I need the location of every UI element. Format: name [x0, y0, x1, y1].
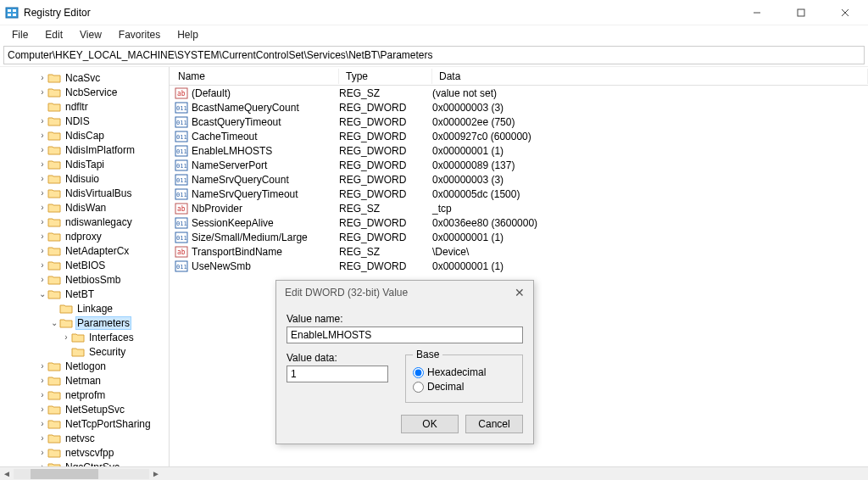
registry-value-row[interactable]: 011NameServerPortREG_DWORD0x00000089 (13…: [170, 158, 868, 172]
registry-value-row[interactable]: abTransportBindNameREG_SZ\Device\: [170, 244, 868, 259]
minimize-button[interactable]: [743, 3, 771, 22]
value-name-field[interactable]: [287, 327, 523, 343]
value-data-field[interactable]: [287, 366, 388, 382]
tree-item[interactable]: Security: [2, 344, 169, 359]
tree-horizontal-scrollbar[interactable]: ◄ ►: [0, 466, 868, 480]
expand-closed-icon[interactable]: ›: [37, 448, 47, 457]
radio-decimal[interactable]: [413, 382, 424, 393]
svg-rect-2: [8, 14, 11, 16]
tree-item[interactable]: Linkage: [2, 301, 169, 315]
scrollbar-thumb[interactable]: [31, 469, 98, 479]
menu-help[interactable]: Help: [170, 27, 205, 42]
menu-file[interactable]: File: [5, 27, 35, 42]
tree-item[interactable]: ›Netman: [2, 373, 169, 388]
expand-closed-icon[interactable]: ›: [37, 203, 47, 212]
tree-item[interactable]: ›netprofm: [2, 388, 169, 402]
base-group: Base Hexadecimal Decimal: [405, 349, 523, 403]
svg-text:011: 011: [176, 235, 187, 242]
menu-favorites[interactable]: Favorites: [112, 27, 167, 42]
expand-closed-icon[interactable]: ›: [37, 116, 47, 126]
tree-item[interactable]: ›ndproxy: [2, 229, 169, 243]
registry-value-row[interactable]: 011NameSrvQueryTimeoutREG_DWORD0x000005d…: [170, 187, 868, 201]
expand-open-icon[interactable]: ⌄: [49, 318, 59, 327]
expand-closed-icon[interactable]: ›: [37, 361, 47, 371]
tree-item[interactable]: ›NdisVirtualBus: [2, 186, 169, 200]
menu-view[interactable]: View: [73, 27, 108, 42]
registry-value-row[interactable]: 011BcastQueryTimeoutREG_DWORD0x000002ee …: [170, 114, 868, 129]
tree-item[interactable]: ndfltr: [2, 99, 169, 114]
registry-value-row[interactable]: 011EnableLMHOSTSREG_DWORD0x00000001 (1): [170, 143, 868, 158]
registry-value-row[interactable]: 011BcastNameQueryCountREG_DWORD0x0000000…: [170, 100, 868, 114]
expand-closed-icon[interactable]: ›: [37, 419, 47, 428]
col-type[interactable]: Type: [339, 69, 432, 84]
tree-item[interactable]: ›NdisTapi: [2, 157, 169, 171]
tree-item[interactable]: ›NdisCap: [2, 128, 169, 142]
tree-item[interactable]: ›NgcCtnrSvc: [2, 460, 169, 466]
close-button[interactable]: [831, 3, 860, 22]
ok-button[interactable]: OK: [401, 415, 459, 433]
tree-item[interactable]: ›NetTcpPortSharing: [2, 416, 169, 431]
tree-item[interactable]: ›NetSetupSvc: [2, 402, 169, 416]
scroll-left-icon[interactable]: ◄: [0, 469, 14, 478]
expand-closed-icon[interactable]: ›: [37, 217, 47, 226]
expand-closed-icon[interactable]: ›: [37, 433, 47, 443]
registry-value-row[interactable]: 011CacheTimeoutREG_DWORD0x000927c0 (6000…: [170, 129, 868, 143]
svg-text:011: 011: [176, 264, 187, 271]
registry-value-row[interactable]: abNbProviderREG_SZ_tcp: [170, 201, 868, 215]
registry-value-row[interactable]: 011NameSrvQueryCountREG_DWORD0x00000003 …: [170, 172, 868, 187]
expand-closed-icon[interactable]: ›: [37, 260, 47, 270]
expand-closed-icon[interactable]: ›: [37, 159, 47, 169]
tree-item[interactable]: ›NetbiosSmb: [2, 272, 169, 287]
tree-item[interactable]: ›Interfaces: [2, 330, 169, 344]
col-data[interactable]: Data: [432, 69, 868, 84]
tree-item[interactable]: ⌄NetBT: [2, 287, 169, 301]
tree-item[interactable]: ›NDIS: [2, 114, 169, 128]
tree-item[interactable]: ›NcaSvc: [2, 70, 169, 85]
expand-closed-icon[interactable]: ›: [37, 145, 47, 154]
tree-item-label: Netlogon: [64, 360, 108, 372]
tree-item[interactable]: ›NdisImPlatform: [2, 142, 169, 157]
registry-value-row[interactable]: 011UseNewSmbREG_DWORD0x00000001 (1): [170, 259, 868, 273]
expand-closed-icon[interactable]: ›: [37, 73, 47, 82]
expand-closed-icon[interactable]: ›: [37, 275, 47, 284]
registry-value-row[interactable]: ab(Default)REG_SZ(value not set): [170, 86, 868, 100]
menu-edit[interactable]: Edit: [38, 27, 70, 42]
dword-value-icon: 011: [175, 116, 188, 128]
expand-closed-icon[interactable]: ›: [37, 131, 47, 140]
tree-item[interactable]: ›Ndisuio: [2, 171, 169, 186]
expand-closed-icon[interactable]: ›: [37, 87, 47, 97]
cancel-button[interactable]: Cancel: [465, 415, 523, 433]
tree-item[interactable]: ›Netlogon: [2, 359, 169, 373]
tree-item[interactable]: ›NetAdapterCx: [2, 243, 169, 258]
expand-closed-icon[interactable]: ›: [37, 390, 47, 399]
folder-icon: [47, 187, 61, 199]
expand-closed-icon[interactable]: ›: [37, 246, 47, 255]
expand-closed-icon[interactable]: ›: [37, 174, 47, 183]
value-data: 0x00000089 (137): [432, 159, 868, 171]
tree-item[interactable]: ›NdisWan: [2, 200, 169, 215]
tree-item[interactable]: ›NetBIOS: [2, 258, 169, 272]
tree-item-label: NcbService: [64, 87, 119, 98]
tree-item[interactable]: ›ndiswanlegacy: [2, 215, 169, 229]
tree-item[interactable]: ⌄Parameters: [2, 315, 169, 330]
expand-open-icon[interactable]: ⌄: [37, 289, 47, 299]
radio-hexadecimal[interactable]: [413, 367, 424, 378]
tree-item[interactable]: ›netvsc: [2, 431, 169, 445]
expand-closed-icon[interactable]: ›: [61, 332, 71, 342]
maximize-button[interactable]: [787, 3, 815, 22]
dialog-close-button[interactable]: ✕: [515, 286, 525, 299]
expand-closed-icon[interactable]: ›: [37, 405, 47, 414]
tree-pane[interactable]: ›NcaSvc›NcbServicendfltr›NDIS›NdisCap›Nd…: [0, 67, 170, 466]
address-bar[interactable]: Computer\HKEY_LOCAL_MACHINE\SYSTEM\Curre…: [3, 46, 865, 64]
expand-closed-icon[interactable]: ›: [37, 376, 47, 385]
scroll-right-icon[interactable]: ►: [149, 469, 163, 478]
col-name[interactable]: Name: [170, 69, 339, 84]
tree-item[interactable]: ›netvscvfpp: [2, 445, 169, 460]
radio-hex-label: Hexadecimal: [427, 366, 486, 378]
expand-closed-icon[interactable]: ›: [37, 188, 47, 198]
expand-closed-icon[interactable]: ›: [37, 462, 47, 466]
registry-value-row[interactable]: 011SessionKeepAliveREG_DWORD0x0036ee80 (…: [170, 215, 868, 230]
tree-item[interactable]: ›NcbService: [2, 85, 169, 99]
expand-closed-icon[interactable]: ›: [37, 232, 47, 241]
registry-value-row[interactable]: 011Size/Small/Medium/LargeREG_DWORD0x000…: [170, 230, 868, 244]
